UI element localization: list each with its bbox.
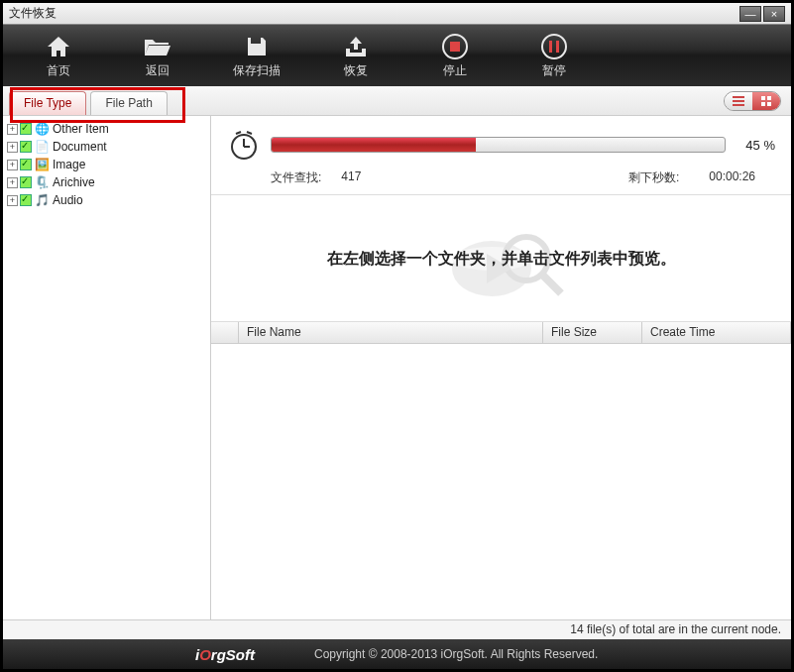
checkbox-icon[interactable] <box>20 123 32 135</box>
document-icon: 📄 <box>34 139 50 155</box>
toolbar: 首页 返回 保存扫描 恢复 停止 暂停 <box>3 25 791 86</box>
tree-label: Document <box>53 140 107 154</box>
tree-item-other[interactable]: +🌐Other Item <box>5 120 208 138</box>
expand-icon[interactable]: + <box>7 160 18 170</box>
pause-button[interactable]: 暂停 <box>505 28 604 83</box>
col-filesize[interactable]: File Size <box>543 322 642 343</box>
audio-icon: 🎵 <box>34 192 50 208</box>
checkbox-icon[interactable] <box>20 194 32 206</box>
app-window: 文件恢复 — × 首页 返回 保存扫描 恢复 停止 暂停 File Ty <box>0 0 794 672</box>
tree-label: Other Item <box>53 122 109 136</box>
home-label: 首页 <box>47 62 70 79</box>
expand-icon[interactable]: + <box>7 177 18 188</box>
scan-count: 417 <box>341 169 361 186</box>
svg-line-18 <box>541 274 561 293</box>
recover-label: 恢复 <box>344 62 368 79</box>
brand-logo: iOrgSoft <box>195 646 255 663</box>
tab-file-type[interactable]: File Type <box>9 91 86 115</box>
recover-icon <box>341 33 371 60</box>
svg-rect-1 <box>450 42 460 52</box>
globe-icon: 🌐 <box>34 121 50 137</box>
svg-rect-6 <box>733 100 744 102</box>
preview-area: 在左侧选择一个文件夹，并单击文件列表中预览。 <box>211 195 791 322</box>
progress-bar <box>271 137 726 153</box>
stop-button[interactable]: 停止 <box>405 28 505 83</box>
back-label: 返回 <box>146 62 170 79</box>
close-button[interactable]: × <box>763 6 785 22</box>
expand-icon[interactable]: + <box>7 195 18 206</box>
tree-item-image[interactable]: +🖼️Image <box>5 156 208 173</box>
progress-percent: 45 % <box>726 138 775 153</box>
table-body <box>211 344 791 619</box>
pause-icon <box>539 33 569 60</box>
stop-icon <box>440 33 470 60</box>
progress-fill <box>272 138 476 152</box>
list-view-icon <box>725 92 752 110</box>
back-button[interactable]: 返回 <box>108 28 207 83</box>
checkbox-icon[interactable] <box>20 141 32 153</box>
footer: iOrgSoft Copyright © 2008-2013 iOrgSoft.… <box>3 639 791 669</box>
grid-view-icon <box>752 92 780 110</box>
main-area: +🌐Other Item +📄Document +🖼️Image +🗜️Aric… <box>3 116 791 619</box>
view-toggle[interactable] <box>724 91 781 111</box>
tab-file-path[interactable]: File Path <box>90 91 167 115</box>
svg-rect-7 <box>733 104 744 106</box>
home-button[interactable]: 首页 <box>9 28 108 83</box>
col-createtime[interactable]: Create Time <box>642 322 791 343</box>
recover-button[interactable]: 恢复 <box>306 28 405 83</box>
subbar: File Type File Path <box>3 86 791 116</box>
remain-label: 剩下秒数: <box>628 169 679 186</box>
svg-rect-11 <box>767 102 771 106</box>
save-scan-button[interactable]: 保存扫描 <box>207 28 306 83</box>
svg-rect-3 <box>549 41 552 53</box>
stop-label: 停止 <box>443 62 467 79</box>
copyright: Copyright © 2008-2013 iOrgSoft. All Righ… <box>314 647 598 661</box>
image-icon: 🖼️ <box>34 157 50 172</box>
col-checkbox[interactable] <box>211 322 239 343</box>
checkbox-icon[interactable] <box>20 176 32 188</box>
svg-rect-8 <box>761 96 765 100</box>
save-icon <box>242 33 272 60</box>
progress-block: 45 % 文件查找: 417 剩下秒数: 00:00:26 <box>211 116 791 195</box>
pause-label: 暂停 <box>542 62 566 79</box>
table-header: File Name File Size Create Time <box>211 322 791 344</box>
expand-icon[interactable]: + <box>7 124 18 135</box>
svg-point-2 <box>542 35 566 58</box>
save-scan-label: 保存扫描 <box>233 62 281 79</box>
checkbox-icon[interactable] <box>20 159 32 170</box>
svg-rect-10 <box>761 102 765 106</box>
clock-icon <box>227 128 261 162</box>
home-icon <box>44 33 73 60</box>
window-title: 文件恢复 <box>9 5 737 22</box>
remain-time: 00:00:26 <box>709 169 755 186</box>
tree-item-audio[interactable]: +🎵Audio <box>5 191 208 209</box>
col-filename[interactable]: File Name <box>239 322 543 343</box>
status-bar: 14 file(s) of total are in the current n… <box>3 619 791 639</box>
minimize-button[interactable]: — <box>739 6 761 22</box>
tree-label: Image <box>53 158 85 171</box>
archive-icon: 🗜️ <box>34 174 50 190</box>
svg-rect-9 <box>767 96 771 100</box>
svg-rect-4 <box>556 41 559 53</box>
tree-item-archive[interactable]: +🗜️Arichive <box>5 173 208 191</box>
tree-item-document[interactable]: +📄Document <box>5 138 208 156</box>
titlebar: 文件恢复 — × <box>3 3 791 25</box>
tree-label: Arichive <box>53 175 95 189</box>
svg-rect-5 <box>733 96 744 98</box>
tree-label: Audio <box>53 193 83 207</box>
expand-icon[interactable]: + <box>7 142 18 153</box>
scan-label: 文件查找: <box>271 169 321 186</box>
sidebar-tree: +🌐Other Item +📄Document +🖼️Image +🗜️Aric… <box>3 116 211 619</box>
preview-hint: 在左侧选择一个文件夹，并单击文件列表中预览。 <box>287 247 716 271</box>
content-area: 45 % 文件查找: 417 剩下秒数: 00:00:26 在左侧选择一个文件夹… <box>211 116 791 619</box>
folder-open-icon <box>143 33 172 60</box>
